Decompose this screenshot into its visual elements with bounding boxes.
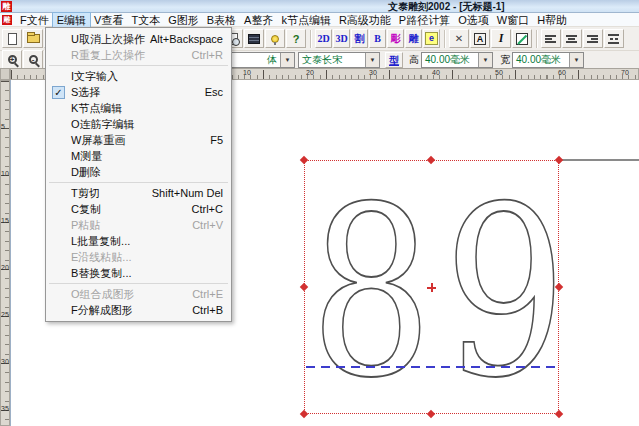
width-select[interactable]: 40.00毫米 ▼ — [512, 52, 584, 68]
magenta-tool-button[interactable]: 彫 — [387, 29, 404, 48]
menu-bar: 雕 F文件 E编辑 V查看 T文本 G图形 B表格 A整齐 k节点编辑 R高级功… — [0, 13, 639, 27]
toolbar-separator — [310, 30, 312, 48]
menu-help[interactable]: H帮助 — [533, 13, 571, 27]
menu-item-copy[interactable]: C复制 Ctrl+C — [46, 201, 231, 217]
selection-center-marker[interactable] — [427, 283, 436, 292]
new-file-button[interactable] — [2, 29, 22, 48]
menu-item-stencil-edit[interactable]: O连筋字编辑 — [46, 116, 231, 132]
zoom-in-button[interactable]: + — [2, 50, 22, 69]
menu-window[interactable]: W窗口 — [493, 13, 533, 27]
menu-item-batch-copy[interactable]: L批量复制... — [46, 233, 231, 249]
menu-path-calc[interactable]: P路径计算 — [395, 13, 454, 27]
mode-2d-button[interactable]: 2D — [315, 29, 332, 48]
menu-item-text-input[interactable]: I文字输入 — [46, 68, 231, 84]
italic-button[interactable]: I — [491, 29, 511, 48]
zoom-in-icon: + — [8, 55, 17, 64]
e-tool-button[interactable]: e — [423, 29, 440, 48]
menu-item-delete[interactable]: D删除 — [46, 164, 231, 180]
menu-item-paste-along-line: E沿线粘贴... — [46, 249, 231, 265]
align-left-button[interactable] — [541, 29, 561, 48]
height-select[interactable]: 40.00毫米 ▼ — [421, 52, 493, 68]
menu-text[interactable]: T文本 — [127, 13, 164, 27]
ruler-number: 10 — [1, 170, 9, 177]
ruler-number: 15 — [1, 217, 9, 224]
stamp-icon — [248, 34, 260, 44]
menu-advanced[interactable]: R高级功能 — [335, 13, 395, 27]
menu-item-node-edit[interactable]: K节点编辑 — [46, 100, 231, 116]
chevron-down-icon[interactable]: ▼ — [478, 53, 492, 67]
toolbar-separator — [536, 30, 538, 48]
edit-frame-button[interactable] — [512, 29, 532, 48]
menu-item-cut[interactable]: T剪切 Shift+Num Del — [46, 185, 231, 201]
type-button[interactable]: 型 — [385, 52, 403, 68]
title-bar[interactable]: 雕 文泰雕刻2002 - [无标题-1] — [0, 0, 639, 13]
ruler-number: 40 — [432, 69, 440, 76]
new-file-icon — [8, 33, 17, 45]
align-distribute-icon — [608, 34, 620, 44]
open-file-button[interactable] — [23, 29, 43, 48]
align-left-icon — [545, 34, 557, 44]
menu-item-combine: O组合成图形 Ctrl+E — [46, 286, 231, 302]
ruler-number: 30 — [1, 358, 9, 365]
menu-item-replace-copy[interactable]: B替换复制... — [46, 265, 231, 281]
menu-item-measure[interactable]: M测量 — [46, 148, 231, 164]
menu-item-break-apart[interactable]: F分解成图形 Ctrl+B — [46, 302, 231, 318]
chevron-down-icon[interactable]: ▼ — [280, 53, 294, 67]
align-center-icon — [566, 34, 578, 44]
text-frame-button[interactable]: A — [470, 29, 490, 48]
italic-icon: I — [499, 31, 504, 46]
align-right-button[interactable] — [583, 29, 603, 48]
cut-button[interactable]: 割 — [351, 29, 368, 48]
align-center-button[interactable] — [562, 29, 582, 48]
menu-file[interactable]: F文件 — [16, 13, 53, 27]
app-logo-icon: 雕 — [1, 1, 12, 12]
window-title: 文泰雕刻2002 - [无标题-1] — [388, 0, 505, 13]
stamp-button[interactable] — [244, 29, 264, 48]
ruler-number: 20 — [306, 69, 314, 76]
height-label: 高 — [409, 53, 419, 67]
menu-table[interactable]: B表格 — [203, 13, 240, 27]
ruler-corner — [0, 68, 10, 80]
ruler-number: 10 — [243, 69, 251, 76]
menu-item-redraw[interactable]: W屏幕重画 F5 — [46, 132, 231, 148]
chevron-down-icon[interactable]: ▼ — [365, 53, 379, 67]
ruler-ticks — [1, 81, 9, 425]
toolbar-separator — [444, 30, 446, 48]
help-icon: ? — [293, 33, 300, 45]
node-tool-button[interactable]: ✕ — [449, 29, 469, 48]
ruler-number: 60 — [558, 69, 566, 76]
typeface-select[interactable]: 文泰长宋 ▼ — [298, 52, 380, 68]
menu-separator — [49, 283, 228, 284]
app-window: 雕 文泰雕刻2002 - [无标题-1] 雕 F文件 E编辑 V查看 T文本 G… — [0, 0, 639, 426]
menu-align[interactable]: A整齐 — [240, 13, 277, 27]
ruler-number: 5 — [1, 123, 5, 130]
open-folder-icon — [27, 34, 40, 43]
ruler-number: 30 — [369, 69, 377, 76]
node-tool-icon: ✕ — [455, 33, 463, 44]
menu-options[interactable]: O选项 — [454, 13, 493, 27]
menu-view[interactable]: V查看 — [90, 13, 127, 27]
help-button[interactable]: ? — [286, 29, 306, 48]
ruler-number: 25 — [1, 311, 9, 318]
ruler-number: 35 — [1, 405, 9, 412]
system-menu-icon[interactable]: 雕 — [2, 15, 12, 25]
menu-item-undo[interactable]: U取消上次操作 Alt+Backspace — [46, 31, 231, 47]
bold-b-button[interactable]: B — [369, 29, 386, 48]
check-icon: ✓ — [52, 86, 65, 99]
edit-dropdown-menu: U取消上次操作 Alt+Backspace R重复上次操作 Ctrl+R I文字… — [45, 27, 232, 322]
align-distribute-button[interactable] — [604, 29, 624, 48]
edit-frame-icon — [516, 33, 528, 45]
chevron-down-icon[interactable]: ▼ — [569, 53, 583, 67]
menu-graphics[interactable]: G图形 — [164, 13, 203, 27]
align-right-icon — [587, 34, 599, 44]
menu-node-edit[interactable]: k节点编辑 — [277, 13, 335, 27]
menu-item-redo: R重复上次操作 Ctrl+R — [46, 47, 231, 63]
menu-edit[interactable]: E编辑 — [53, 13, 90, 27]
zoom-out-icon: - — [29, 55, 38, 64]
lightbulb-icon — [271, 35, 279, 43]
menu-item-select[interactable]: ✓ S选择 Esc — [46, 84, 231, 100]
zoom-out-button[interactable]: - — [23, 50, 43, 69]
lamp-button[interactable] — [265, 29, 285, 48]
mode-3d-button[interactable]: 3D — [333, 29, 350, 48]
engrave-button[interactable]: 雕 — [405, 29, 422, 48]
